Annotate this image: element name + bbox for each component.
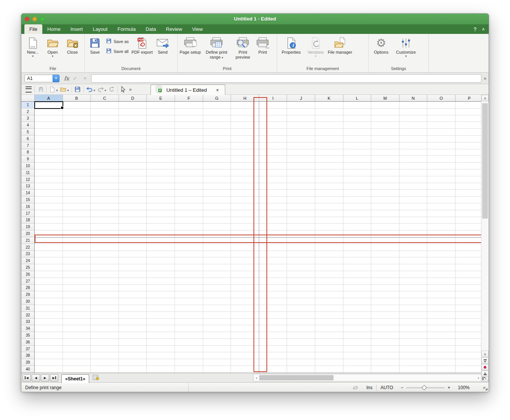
zoom-window-button[interactable] <box>40 17 45 21</box>
row-header-25[interactable]: 25 <box>21 264 34 271</box>
column-header-B[interactable]: B <box>63 95 91 101</box>
cell-reference-dropdown[interactable]: ▼ <box>53 75 59 82</box>
dropdown-arrow-icon[interactable]: ▼ <box>93 89 96 92</box>
row-header-22[interactable]: 22 <box>21 244 34 251</box>
add-sheet-icon[interactable] <box>92 374 100 382</box>
column-header-N[interactable]: N <box>399 95 428 101</box>
row-header-21[interactable]: 21 <box>21 237 34 244</box>
scroll-right-button[interactable]: › <box>475 374 481 381</box>
record-marker-button[interactable] <box>481 364 489 370</box>
formula-bar-overflow-icon[interactable]: » <box>484 76 486 81</box>
save-all-button[interactable]: Save all <box>106 48 129 54</box>
row-header-7[interactable]: 7 <box>21 142 34 149</box>
save-button[interactable]: Save <box>86 35 104 66</box>
dropdown-arrow-icon[interactable]: ▼ <box>104 89 107 92</box>
row-header-14[interactable]: 14 <box>21 190 34 196</box>
close-window-button[interactable] <box>25 17 29 21</box>
row-header-28[interactable]: 28 <box>21 285 34 292</box>
pointer-icon[interactable] <box>119 85 128 94</box>
row-header-27[interactable]: 27 <box>21 278 34 285</box>
row-header-8[interactable]: 8 <box>21 149 34 156</box>
next-page-button[interactable]: ▼ <box>481 370 489 377</box>
row-header-18[interactable]: 18 <box>21 217 34 224</box>
options-button[interactable]: ⚙ Options <box>370 35 392 66</box>
file-manager-button[interactable]: File manager <box>327 35 353 66</box>
column-header-P[interactable]: P <box>455 95 482 101</box>
formula-input[interactable] <box>91 74 481 83</box>
calc-mode-indicator[interactable]: AUTO <box>377 383 397 392</box>
zoom-out-button[interactable]: − <box>397 383 403 392</box>
pan-hand-icon[interactable] <box>36 85 45 94</box>
row-header-33[interactable]: 33 <box>21 319 34 326</box>
minimize-window-button[interactable] <box>32 17 37 21</box>
save-as-button[interactable]: Save as <box>106 38 129 45</box>
column-header-E[interactable]: E <box>147 95 175 101</box>
repeat-icon[interactable] <box>107 85 116 94</box>
row-header-11[interactable]: 11 <box>21 169 34 176</box>
row-header-17[interactable]: 17 <box>21 210 34 217</box>
row-header-32[interactable]: 32 <box>21 312 34 319</box>
tab-data[interactable]: Data <box>141 24 161 34</box>
new-button[interactable]: New... ▾ <box>23 35 43 66</box>
vertical-scrollbar-thumb[interactable] <box>482 103 488 219</box>
row-header-3[interactable]: 3 <box>21 115 34 122</box>
save-floppy-icon[interactable] <box>74 85 82 94</box>
pdf-export-button[interactable]: PDF PDF export <box>131 35 153 66</box>
row-header-23[interactable]: 23 <box>21 251 34 258</box>
tab-layout[interactable]: Layout <box>88 24 112 34</box>
row-header-6[interactable]: 6 <box>21 136 34 142</box>
tab-file[interactable]: File <box>24 24 42 34</box>
row-header-40[interactable]: 40 <box>21 366 34 373</box>
collapse-ribbon-icon[interactable]: ∧ <box>482 27 485 32</box>
column-header-L[interactable]: L <box>343 95 372 101</box>
dropdown-arrow-icon[interactable]: ▼ <box>67 89 69 92</box>
dropdown-arrow-icon[interactable]: ▼ <box>56 89 58 92</box>
zoom-slider-thumb[interactable] <box>422 385 427 390</box>
redo-icon[interactable] <box>96 85 105 94</box>
fill-handle[interactable] <box>61 106 64 109</box>
row-header-35[interactable]: 35 <box>21 332 34 339</box>
horizontal-scrollbar[interactable]: ‹ › <box>253 374 482 382</box>
column-header-C[interactable]: C <box>91 95 119 101</box>
insert-mode-indicator[interactable]: Ins <box>362 383 376 392</box>
row-header-34[interactable]: 34 <box>21 325 34 332</box>
sheet-tab[interactable]: «Sheet1» <box>61 374 89 383</box>
row-header-10[interactable]: 10 <box>21 163 34 169</box>
select-all-corner[interactable] <box>21 95 35 102</box>
cell-reference-box[interactable]: A1 <box>24 75 55 82</box>
horizontal-scrollbar-thumb[interactable] <box>259 375 334 380</box>
zoom-slider[interactable] <box>406 388 444 388</box>
row-header-15[interactable]: 15 <box>21 196 34 203</box>
dialog-launcher-icon[interactable]: ◢ <box>485 388 488 391</box>
versions-button[interactable]: Versions ▾ <box>304 35 327 66</box>
new-document-icon[interactable] <box>48 85 56 94</box>
column-header-I[interactable]: I <box>259 95 287 101</box>
vertical-scrollbar[interactable]: ∧ ∨ ▲ ▼ <box>481 95 489 377</box>
row-header-30[interactable]: 30 <box>21 298 34 305</box>
menu-hamburger-icon[interactable] <box>24 85 33 94</box>
column-header-F[interactable]: F <box>175 95 203 101</box>
print-preview-button[interactable]: Print preview <box>232 35 254 66</box>
first-sheet-button[interactable]: ◀ <box>22 374 31 382</box>
open-button[interactable]: Open ▾ <box>43 35 63 66</box>
cancel-entry-button[interactable]: × <box>81 75 89 81</box>
tab-home[interactable]: Home <box>42 24 66 34</box>
row-header-29[interactable]: 29 <box>21 291 34 298</box>
print-button[interactable]: Print <box>254 35 271 66</box>
row-header-13[interactable]: 13 <box>21 183 34 190</box>
undo-icon[interactable] <box>85 85 94 94</box>
row-header-16[interactable]: 16 <box>21 203 34 210</box>
row-header-39[interactable]: 39 <box>21 359 34 366</box>
column-header-M[interactable]: M <box>371 95 399 101</box>
zoom-level[interactable]: 100% <box>454 383 479 392</box>
sync-icon[interactable] <box>348 383 362 392</box>
accept-entry-button[interactable]: ✓ <box>71 75 79 81</box>
row-header-36[interactable]: 36 <box>21 339 34 346</box>
row-header-4[interactable]: 4 <box>21 122 34 129</box>
close-button[interactable]: Close <box>63 35 82 66</box>
close-tab-icon[interactable]: × <box>216 87 219 93</box>
send-button[interactable]: Send <box>153 35 172 66</box>
row-header-31[interactable]: 31 <box>21 305 34 312</box>
row-header-1[interactable]: 1 <box>21 102 34 109</box>
column-header-O[interactable]: O <box>427 95 455 101</box>
